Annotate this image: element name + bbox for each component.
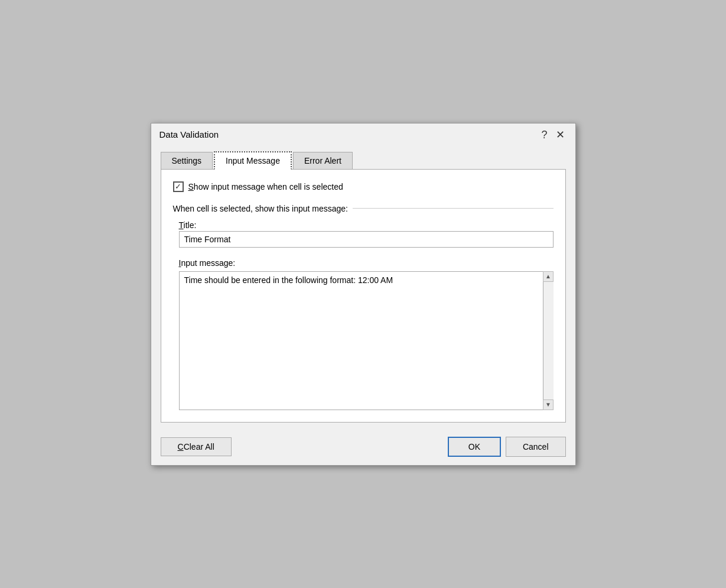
- dialog-body: Settings Input Message Error Alert ✓ Sho…: [151, 145, 575, 428]
- dialog-footer: CClear All OK Cancel: [151, 428, 575, 465]
- message-textarea-wrapper: Time should be entered in the following …: [179, 271, 554, 410]
- cancel-button[interactable]: Cancel: [506, 437, 566, 457]
- scrollbar: ▲ ▼: [543, 271, 554, 410]
- show-message-checkbox[interactable]: ✓: [173, 181, 184, 192]
- message-textarea[interactable]: Time should be entered in the following …: [179, 271, 554, 410]
- data-validation-dialog: Data Validation ? ✕ Settings Input Messa…: [151, 123, 576, 466]
- title-bar-controls: ? ✕: [539, 129, 567, 140]
- help-button[interactable]: ?: [539, 129, 549, 140]
- tab-error-alert[interactable]: Error Alert: [293, 152, 353, 170]
- show-message-label: Show input message when cell is selected: [188, 182, 343, 191]
- tab-bar: Settings Input Message Error Alert: [161, 151, 566, 169]
- title-field-label: Title:: [179, 220, 554, 230]
- message-field-label: Input message:: [179, 258, 554, 268]
- close-button[interactable]: ✕: [554, 129, 567, 140]
- title-field-group: Title:: [179, 220, 554, 248]
- dialog-title: Data Validation: [159, 129, 219, 139]
- scroll-down-button[interactable]: ▼: [543, 399, 554, 410]
- clear-all-button[interactable]: CClear All: [161, 437, 232, 456]
- message-field-group: Input message: Time should be entered in…: [179, 258, 554, 410]
- checkmark-icon: ✓: [175, 182, 181, 191]
- input-fields: Title: Input message: Time should be ent…: [179, 220, 554, 410]
- show-message-checkbox-row: ✓ Show input message when cell is select…: [173, 181, 554, 192]
- tab-settings[interactable]: Settings: [161, 152, 213, 170]
- section-header: When cell is selected, show this input m…: [173, 204, 554, 213]
- ok-button[interactable]: OK: [448, 437, 501, 457]
- section-divider: [353, 208, 554, 209]
- scroll-up-button[interactable]: ▲: [543, 271, 554, 282]
- title-bar: Data Validation ? ✕: [151, 124, 575, 145]
- title-input[interactable]: [179, 231, 554, 248]
- footer-left: CClear All: [161, 437, 232, 456]
- footer-right: OK Cancel: [448, 437, 566, 457]
- tab-content-input-message: ✓ Show input message when cell is select…: [161, 169, 566, 423]
- section-label-text: When cell is selected, show this input m…: [173, 204, 348, 213]
- tab-input-message[interactable]: Input Message: [214, 151, 292, 170]
